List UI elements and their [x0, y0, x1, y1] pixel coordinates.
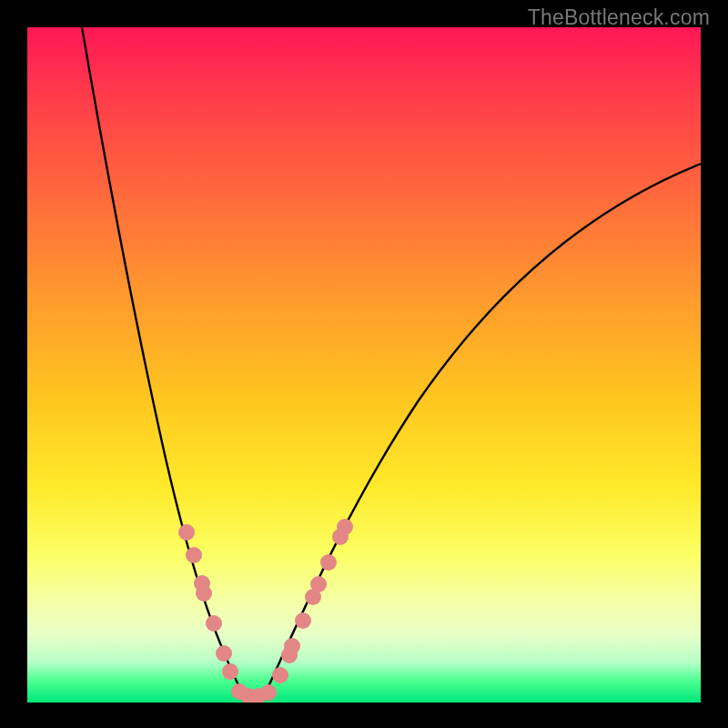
marker-dot — [272, 667, 288, 683]
marker-dot — [295, 612, 311, 629]
marker-dot — [196, 585, 212, 602]
marker-dot — [337, 519, 353, 535]
marker-dot — [260, 684, 277, 701]
watermark-label: TheBottleneck.com — [528, 5, 710, 30]
marker-dot — [178, 524, 195, 541]
plot-area — [27, 27, 701, 703]
marker-group-right — [272, 519, 353, 683]
marker-dot — [310, 576, 327, 592]
curve-left-branch — [82, 27, 244, 696]
marker-dot — [284, 638, 300, 654]
marker-dot — [186, 547, 202, 563]
curve-right-branch — [264, 164, 701, 696]
marker-dot — [216, 645, 232, 662]
marker-group-bottom — [231, 683, 277, 703]
marker-dot — [320, 554, 337, 571]
marker-dot — [206, 615, 222, 632]
chart-frame: TheBottleneck.com — [0, 0, 728, 728]
curve-layer — [27, 27, 701, 703]
marker-dot — [222, 663, 238, 680]
